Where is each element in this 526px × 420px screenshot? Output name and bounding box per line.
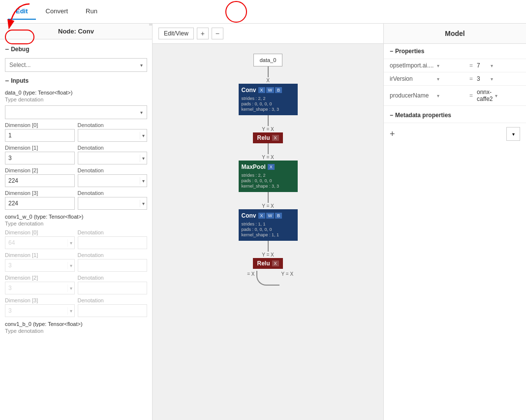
- field-data0-type: Type denotation: [5, 97, 147, 102]
- prop-producer-right-arrow[interactable]: ▾: [495, 93, 497, 98]
- conv2-strides: strides : 1, 1: [242, 222, 295, 226]
- dim0-input[interactable]: 1: [5, 129, 75, 142]
- field-conv1b0: conv1_b_0 (type: Tensor<float>) Type den…: [5, 321, 147, 334]
- den3-input[interactable]: ▾: [78, 197, 148, 210]
- debug-section-header[interactable]: − Debug: [5, 43, 147, 55]
- relu2-x-btn[interactable]: X: [272, 260, 279, 266]
- meta-label: Metadata properties: [395, 112, 451, 119]
- conv1w0-dim2-label: Dimension [2]: [5, 275, 75, 281]
- dim1-input[interactable]: 3: [5, 152, 75, 164]
- node-relu2[interactable]: Relu X: [253, 258, 282, 269]
- prop-irversion-right-arrow[interactable]: ▾: [491, 76, 493, 82]
- connector-3: [268, 192, 269, 203]
- relu1-x-btn[interactable]: X: [272, 135, 279, 141]
- bottom-left-label: = X: [247, 271, 254, 277]
- conv1w0-den3-label: Denotation: [78, 297, 148, 303]
- prop-irversion-right[interactable]: ▾: [491, 76, 520, 82]
- left-panel-title: Node: Conv: [0, 24, 152, 39]
- data0-type-select[interactable]: ▾: [5, 105, 147, 119]
- select-row: Select... ▾: [5, 58, 147, 72]
- menu-bar: Edit Convert Run: [0, 0, 526, 24]
- den1-input[interactable]: ▾: [78, 152, 148, 164]
- conv1w0-den2-val: [78, 287, 147, 289]
- prop-opset: opsetImport.ai.... ▾ = 7 ▾: [384, 59, 526, 72]
- main-layout: Node: Conv − Debug Select... ▾ − Inputs: [0, 24, 526, 420]
- maxpool-x-btn[interactable]: X: [268, 164, 275, 170]
- conv1w0-dim1-val: 3: [5, 261, 67, 270]
- conv1w0-dim2-arrow: ▾: [67, 285, 74, 292]
- conv1w0-dim0-input: 64 ▾: [5, 236, 75, 249]
- meta-dropdown-arrow: ▾: [512, 131, 515, 137]
- conv1w0-den0-label: Denotation: [78, 229, 148, 235]
- conv2-pads: pads : 0, 0, 0, 0: [242, 227, 295, 232]
- meta-add-button[interactable]: +: [390, 129, 395, 139]
- prop-opset-select[interactable]: ▾: [436, 63, 465, 68]
- zoom-out-button[interactable]: −: [212, 28, 223, 39]
- den1-arrow[interactable]: ▾: [140, 155, 147, 162]
- den2-input[interactable]: ▾: [78, 174, 148, 187]
- graph-area[interactable]: data_0 X Conv X W B strides : 2, 2 pads …: [153, 44, 383, 420]
- den0-arrow[interactable]: ▾: [140, 132, 147, 139]
- properties-header: − Properties: [384, 44, 526, 59]
- dim0-val: 1: [5, 131, 74, 140]
- node-conv2[interactable]: Conv X W B strides : 1, 1 pads : 0, 0, 0…: [239, 209, 298, 241]
- scrollbar[interactable]: [149, 24, 152, 26]
- field-conv1b0-type: Type denotation: [5, 328, 147, 334]
- conv1-w-btn[interactable]: W: [266, 87, 275, 93]
- prop-irversion-value: 3: [477, 75, 489, 82]
- arc-connector: [256, 271, 279, 286]
- prop-producer-arrow[interactable]: ▾: [437, 93, 439, 98]
- prop-opset-right-arrow[interactable]: ▾: [491, 63, 493, 68]
- inputs-minus-icon: −: [5, 77, 9, 85]
- prop-producer-select[interactable]: ▾: [436, 93, 465, 98]
- conv1-x-btn[interactable]: X: [258, 87, 265, 93]
- conv2-w-btn[interactable]: W: [266, 213, 275, 219]
- conv1-b-btn[interactable]: B: [275, 87, 282, 93]
- relu2-title: Relu: [257, 260, 270, 267]
- prop-opset-arrow[interactable]: ▾: [437, 63, 439, 68]
- prop-producer-right[interactable]: ▾: [495, 93, 525, 98]
- conv2-b-btn[interactable]: B: [275, 213, 282, 219]
- field-conv1w0: conv1_w_0 (type: Tensor<float>) Type den…: [5, 214, 147, 317]
- inputs-section-header[interactable]: − Inputs: [5, 75, 147, 87]
- node-maxpool[interactable]: MaxPool X strides : 2, 2 pads : 0, 0, 0,…: [239, 161, 298, 192]
- conv2-x-btn[interactable]: X: [258, 213, 265, 219]
- den3-arrow[interactable]: ▾: [140, 200, 147, 207]
- editview-button[interactable]: Edit/View: [158, 28, 194, 39]
- den0-input[interactable]: ▾: [78, 129, 148, 142]
- center-toolbar: Edit/View + −: [153, 24, 383, 44]
- prop-opset-right[interactable]: ▾: [491, 63, 520, 68]
- left-panel-scroll[interactable]: − Debug Select... ▾ − Inputs data_0 (typ…: [0, 39, 152, 420]
- dim1-label: Dimension [1]: [5, 145, 75, 151]
- relu1-title: Relu: [257, 134, 270, 141]
- meta-header: − Metadata properties: [384, 108, 526, 123]
- prop-irversion-select[interactable]: ▾: [436, 76, 465, 82]
- dim3-input[interactable]: 224: [5, 197, 75, 210]
- prop-irversion-arrow[interactable]: ▾: [437, 76, 439, 82]
- menu-edit[interactable]: Edit: [8, 3, 36, 20]
- conv2-kernel: kernel_shape : 1, 1: [242, 232, 295, 237]
- debug-select[interactable]: Select... ▾: [5, 58, 147, 72]
- debug-minus-icon: −: [5, 45, 9, 53]
- zoom-in-button[interactable]: +: [197, 28, 209, 39]
- prop-irversion: irVersion ▾ = 3 ▾: [384, 72, 526, 86]
- field-data0: data_0 (type: Tensor<float>) Type denota…: [5, 90, 147, 210]
- menu-convert[interactable]: Convert: [38, 3, 76, 20]
- node-data0[interactable]: data_0: [253, 54, 283, 66]
- node-relu1[interactable]: Relu X: [253, 132, 282, 143]
- conv1w0-den0-val: [78, 242, 147, 244]
- connector-1: [268, 115, 269, 126]
- maxpool-info: strides : 2, 2 pads : 0, 0, 0, 0 kernel_…: [239, 171, 298, 190]
- menu-run[interactable]: Run: [78, 3, 105, 20]
- nn-graph: data_0 X Conv X W B strides : 2, 2 pads …: [219, 44, 317, 286]
- meta-minus-icon: −: [390, 112, 393, 119]
- meta-dropdown[interactable]: ▾: [506, 127, 520, 141]
- node-conv1[interactable]: Conv X W B strides : 2, 2 pads : 0, 0, 0…: [239, 84, 298, 115]
- dim2-input[interactable]: 224: [5, 174, 75, 187]
- den2-arrow[interactable]: ▾: [140, 177, 147, 185]
- conv1w0-den0-input: [78, 236, 148, 249]
- connector-2: [268, 143, 269, 154]
- conv1w0-dim1-label: Dimension [1]: [5, 252, 75, 258]
- node-data0-label: data_0: [260, 57, 277, 63]
- select-placeholder: Select...: [9, 62, 31, 68]
